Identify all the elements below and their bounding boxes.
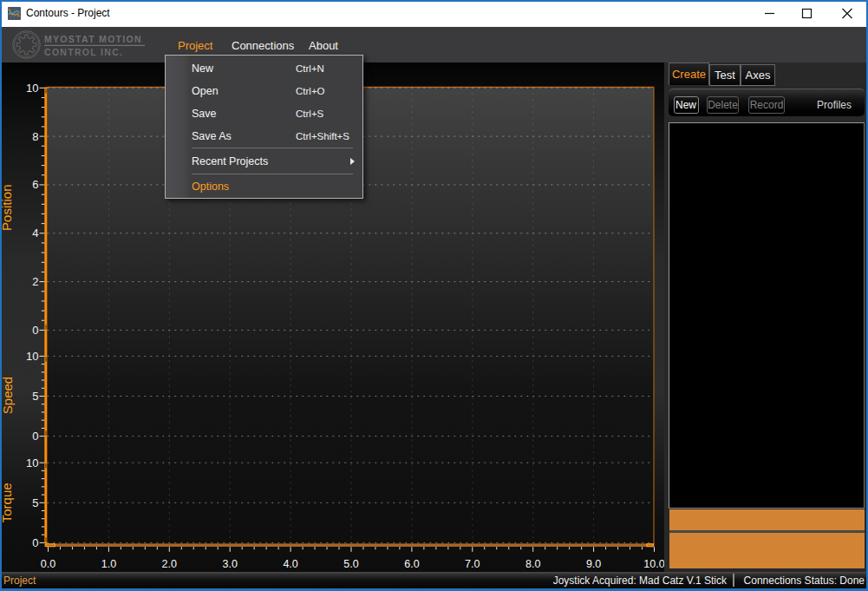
- svg-text:2: 2: [32, 275, 38, 288]
- svg-text:MYOSTAT MOTION: MYOSTAT MOTION: [44, 34, 142, 44]
- svg-text:10: 10: [26, 350, 38, 363]
- svg-text:4: 4: [32, 227, 38, 240]
- svg-text:10: 10: [26, 456, 38, 470]
- svg-text:8: 8: [32, 130, 38, 143]
- svg-text:0.0: 0.0: [41, 558, 55, 570]
- svg-text:5: 5: [32, 390, 38, 403]
- svg-text:0: 0: [32, 324, 38, 337]
- svg-text:3.0: 3.0: [223, 558, 238, 570]
- svg-text:2.0: 2.0: [162, 558, 177, 570]
- svg-text:5.0: 5.0: [343, 558, 358, 570]
- svg-text:9.0: 9.0: [586, 558, 601, 570]
- svg-text:Torque: Torque: [1, 483, 15, 522]
- svg-text:1.0: 1.0: [101, 558, 116, 570]
- svg-text:Position: Position: [1, 185, 15, 231]
- svg-text:8.0: 8.0: [525, 558, 540, 570]
- svg-text:6.0: 6.0: [404, 558, 419, 570]
- svg-text:0: 0: [32, 536, 38, 549]
- svg-text:4.0: 4.0: [283, 558, 297, 570]
- svg-text:10.0: 10.0: [643, 558, 664, 570]
- svg-text:7.0: 7.0: [465, 558, 480, 570]
- svg-text:6: 6: [32, 178, 38, 191]
- svg-text:5: 5: [32, 496, 38, 509]
- svg-text:10: 10: [26, 82, 38, 95]
- svg-text:Speed: Speed: [1, 377, 15, 414]
- svg-text:CONTROL INC.: CONTROL INC.: [44, 47, 123, 57]
- svg-text:0: 0: [32, 430, 38, 443]
